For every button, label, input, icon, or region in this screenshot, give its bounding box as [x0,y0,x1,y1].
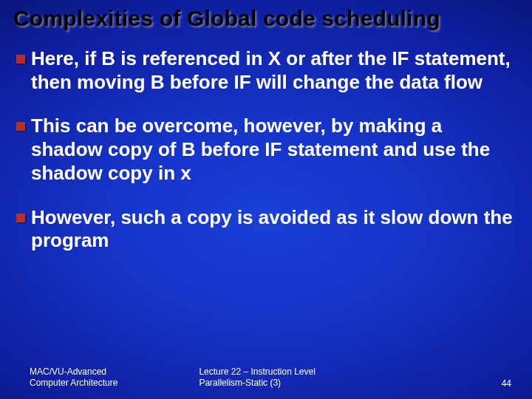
footer-page-number: 44 [502,378,511,389]
footer-course-line1: MAC/VU-Advanced [30,366,117,378]
footer-lecture-line1: Lecture 22 – Instruction Level [199,366,501,378]
slide: Complexities of Global code scheduling H… [0,0,532,399]
footer-lecture-line2: Parallelism-Static (3) [199,378,501,389]
bullet-text: However, such a copy is avoided as it sl… [31,206,519,253]
bullet-item: Here, if B is referenced in X or after t… [16,47,519,94]
bullet-item: However, such a copy is avoided as it sl… [16,206,519,253]
slide-title: Complexities of Global code scheduling [13,6,519,31]
bullet-item: This can be overcome, however, by making… [16,115,519,185]
bullet-square-icon [16,214,25,222]
footer-course-line2: Computer Architecture [30,378,117,389]
slide-content: Here, if B is referenced in X or after t… [13,47,519,399]
footer-center: Lecture 22 – Instruction Level Paralleli… [117,366,501,389]
footer-left: MAC/VU-Advanced Computer Architecture [30,366,117,389]
bullet-text: This can be overcome, however, by making… [31,115,519,185]
slide-footer: MAC/VU-Advanced Computer Architecture Le… [0,366,532,389]
bullet-square-icon [16,55,25,64]
bullet-text: Here, if B is referenced in X or after t… [31,47,519,94]
bullet-square-icon [16,122,25,131]
